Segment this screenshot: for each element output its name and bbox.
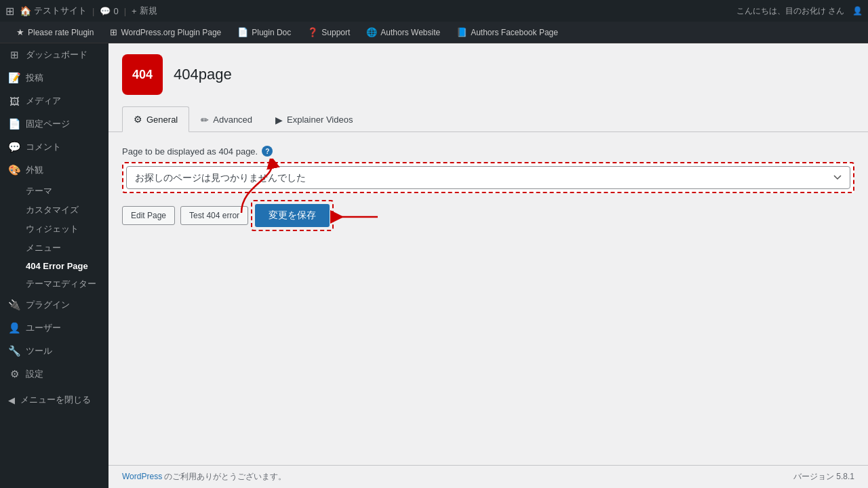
sidebar-item-pages[interactable]: 📄 固定ページ [0, 113, 108, 136]
wp-logo-icon[interactable]: ⊞ [5, 5, 14, 18]
test-404-button[interactable]: Test 404 error [180, 206, 248, 225]
comments-icon: 💬 [100, 6, 111, 16]
sidebar-subitem-customize[interactable]: カスタマイズ [0, 201, 108, 220]
action-button-row: Edit Page Test 404 error [122, 206, 248, 225]
form-label-text: Page to be displayed as 404 page. [122, 146, 258, 157]
footer-thanks: のご利用ありがとうございます。 [164, 472, 286, 481]
tab-explainer[interactable]: ▶ Explainer Videos [264, 106, 364, 132]
save-button-wrapper: 変更を保存 [251, 200, 334, 231]
footer-left: WordPress のご利用ありがとうございます。 [122, 471, 286, 483]
sidebar-label-comments: コメント [26, 141, 61, 153]
page-header: 404 404page [108, 43, 868, 103]
gear-tab-icon: ⚙ [134, 114, 142, 125]
wp-org-link[interactable]: ⊞ WordPress.org Plugin Page [102, 22, 229, 43]
new-label: 新規 [140, 5, 157, 17]
sidebar-label-settings: 設定 [26, 368, 43, 380]
users-icon: 👤 [8, 322, 20, 334]
collapse-label: メニューを閉じる [20, 394, 91, 406]
site-home-icon: 🏠 [20, 5, 31, 16]
settings-icon: ⚙ [8, 368, 20, 380]
wordpress-link[interactable]: WordPress [122, 472, 162, 481]
rate-plugin-link[interactable]: ★ Please rate Plugin [8, 22, 102, 43]
authors-website-link[interactable]: 🌐 Authors Website [358, 22, 448, 43]
tab-explainer-label: Explainer Videos [287, 115, 353, 125]
sidebar-label-pages: 固定ページ [26, 118, 70, 130]
pencil-tab-icon: ✏ [201, 115, 209, 125]
greeting-text: こんにちは、目のお化け さん [736, 5, 844, 17]
sidebar-item-appearance[interactable]: 🎨 外観 [0, 159, 108, 182]
sidebar-label-dashboard: ダッシュボード [26, 49, 87, 61]
authors-facebook-label: Authors Facebook Page [471, 28, 558, 37]
footer-version: バージョン 5.8.1 [793, 471, 854, 483]
sidebar-subitem-themes[interactable]: テーマ [0, 182, 108, 201]
wp-org-label: WordPress.org Plugin Page [121, 28, 221, 37]
authors-website-label: Authors Website [380, 28, 440, 37]
plugins-icon: 🔌 [8, 299, 20, 311]
sidebar-subitem-404error[interactable]: 404 Error Page [0, 258, 108, 274]
sidebar-label-users: ユーザー [26, 322, 61, 334]
play-tab-icon: ▶ [275, 115, 283, 125]
collapse-icon: ◀ [8, 395, 15, 405]
admin-site-link[interactable]: 🏠 テストサイト [20, 5, 87, 17]
collapse-menu-button[interactable]: ◀ メニューを閉じる [0, 388, 108, 411]
tab-advanced[interactable]: ✏ Advanced [189, 106, 264, 132]
page-dropdown-wrapper: お探しのページは見つかりませんでした [122, 162, 854, 193]
sidebar-item-tools[interactable]: 🔧 ツール [0, 340, 108, 363]
sidebar-label-plugins: プラグイン [26, 299, 70, 311]
sidebar-label-media: メディア [26, 95, 61, 107]
globe-icon: 🌐 [366, 27, 377, 37]
sidebar-item-posts[interactable]: 📝 投稿 [0, 66, 108, 89]
content-area: Page to be displayed as 404 page. ? お探しの… [108, 132, 868, 465]
sidebar-item-plugins[interactable]: 🔌 プラグイン [0, 293, 108, 317]
media-icon: 🖼 [8, 96, 20, 107]
new-content-link[interactable]: + 新規 [132, 5, 157, 17]
sidebar-subitem-menus[interactable]: メニュー [0, 239, 108, 258]
annotation-arrow-save [330, 207, 381, 227]
help-icon[interactable]: ? [262, 146, 273, 157]
posts-icon: 📝 [8, 72, 20, 84]
support-link[interactable]: ❓ Support [299, 22, 358, 43]
dashboard-icon: ⊞ [8, 49, 20, 61]
sidebar-label-tools: ツール [26, 345, 52, 357]
main-content: 404 404page ⚙ General ✏ Advanced ▶ Expla… [108, 43, 868, 488]
comments-link[interactable]: 💬 0 [100, 6, 118, 16]
sidebar-subitem-widgets[interactable]: ウィジェット [0, 220, 108, 239]
admin-bar: ⊞ 🏠 テストサイト | 💬 0 | + 新規 こんにちは、目のお化け さん 👤 [0, 0, 868, 22]
plus-icon: + [132, 6, 137, 16]
comments-count: 0 [113, 6, 118, 16]
sidebar-subitem-theme-editor[interactable]: テーマエディター [0, 274, 108, 293]
star-icon: ★ [16, 27, 24, 37]
tab-advanced-label: Advanced [213, 115, 252, 125]
tab-general[interactable]: ⚙ General [122, 106, 189, 132]
wp-org-icon: ⊞ [110, 27, 117, 37]
support-icon: ❓ [307, 27, 318, 37]
support-label: Support [321, 28, 350, 37]
doc-icon: 📄 [237, 27, 248, 37]
facebook-icon: 📘 [456, 27, 467, 37]
sidebar-item-dashboard[interactable]: ⊞ ダッシュボード [0, 43, 108, 66]
avatar-icon: 👤 [852, 6, 863, 16]
rate-plugin-label: Please rate Plugin [28, 28, 94, 37]
sidebar: ⊞ ダッシュボード 📝 投稿 🖼 メディア 📄 固定ページ 💬 コメント 🎨 外… [0, 43, 108, 488]
sidebar-item-users[interactable]: 👤 ユーザー [0, 317, 108, 340]
page-select[interactable]: お探しのページは見つかりませんでした [126, 166, 850, 189]
tab-general-label: General [146, 115, 178, 125]
page-404-icon: 404 [122, 54, 163, 95]
site-name: テストサイト [34, 5, 87, 17]
sidebar-item-comments[interactable]: 💬 コメント [0, 136, 108, 159]
authors-facebook-link[interactable]: 📘 Authors Facebook Page [448, 22, 566, 43]
pages-icon: 📄 [8, 118, 20, 130]
save-button[interactable]: 変更を保存 [255, 204, 330, 227]
plugin-doc-link[interactable]: 📄 Plugin Doc [229, 22, 299, 43]
edit-page-button[interactable]: Edit Page [122, 206, 175, 225]
sidebar-item-media[interactable]: 🖼 メディア [0, 89, 108, 113]
footer: WordPress のご利用ありがとうございます。 バージョン 5.8.1 [108, 465, 868, 488]
sidebar-item-settings[interactable]: ⚙ 設定 [0, 363, 108, 386]
appearance-icon: 🎨 [8, 164, 20, 176]
top-links-bar: ★ Please rate Plugin ⊞ WordPress.org Plu… [0, 22, 868, 43]
plugin-doc-label: Plugin Doc [252, 28, 291, 37]
tools-icon: 🔧 [8, 345, 20, 357]
page-title: 404page [174, 66, 232, 83]
form-label: Page to be displayed as 404 page. ? [122, 146, 854, 157]
sidebar-label-posts: 投稿 [26, 72, 43, 84]
